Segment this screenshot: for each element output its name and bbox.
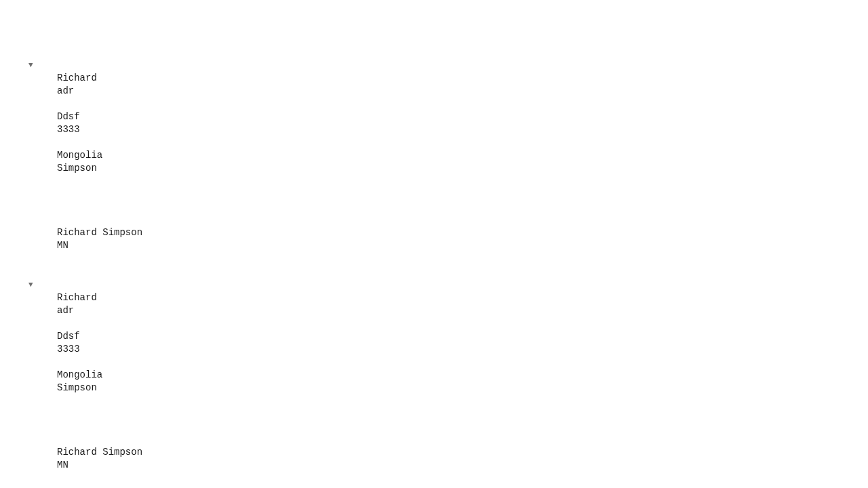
indent: [0, 356, 57, 369]
xml-text: 3333: [57, 124, 80, 135]
xml-line: 3333: [0, 343, 868, 356]
xml-text: adr: [57, 305, 74, 316]
indent: [0, 382, 57, 394]
xml-line: Simpson: [0, 382, 868, 394]
xml-line: [0, 45, 868, 58]
xml-text: Richard Simpson: [57, 447, 142, 458]
indent: [0, 278, 28, 291]
indent: [0, 175, 57, 188]
xml-line: Ddsf: [0, 110, 868, 123]
xml-line: Mongolia: [0, 149, 868, 162]
indent: [0, 407, 57, 420]
xml-line: MN: [0, 239, 868, 252]
xml-line: [0, 136, 868, 149]
xml-line: Ddsf: [0, 330, 868, 343]
xml-text: Mongolia: [57, 369, 102, 380]
indent: [0, 98, 57, 110]
xml-text: Richard: [57, 292, 97, 303]
indent: [0, 239, 57, 252]
xml-line: adr: [0, 85, 868, 98]
indent: [0, 149, 57, 162]
xml-line: MN: [0, 459, 868, 472]
xml-line: [0, 188, 868, 201]
xml-text: 3333: [57, 344, 80, 354]
xml-text: Ddsf: [57, 111, 80, 122]
xml-text: Simpson: [57, 382, 97, 393]
xml-text: Simpson: [57, 163, 97, 174]
xml-line: ▼: [0, 278, 868, 291]
xml-line: Richard: [0, 72, 868, 85]
xml-line: [0, 98, 868, 110]
indent: [0, 214, 57, 226]
xml-line: Richard Simpson: [0, 446, 868, 459]
xml-line: Mongolia: [0, 369, 868, 382]
xml-line: [0, 317, 868, 330]
indent: [0, 459, 57, 472]
xml-line: [0, 407, 868, 420]
indent: [0, 291, 57, 304]
indent: [0, 226, 57, 239]
indent: [0, 317, 57, 330]
indent: [0, 201, 57, 214]
collapse-arrow-icon[interactable]: ▼: [28, 279, 35, 291]
indent: [0, 304, 57, 317]
indent: [0, 58, 28, 71]
xml-text: Ddsf: [57, 331, 80, 342]
xml-line: [0, 252, 868, 265]
xml-line: Richard Simpson: [0, 226, 868, 239]
indent: [0, 45, 45, 58]
xml-text: MN: [57, 460, 68, 470]
xml-line: [0, 201, 868, 214]
indent: [0, 330, 57, 343]
indent: [0, 394, 57, 407]
xml-line: [0, 433, 868, 446]
indent: [0, 136, 57, 149]
xml-text: Richard: [57, 73, 97, 83]
indent: [0, 162, 57, 175]
indent: [0, 343, 57, 356]
indent: [0, 252, 57, 265]
indent: [0, 265, 45, 278]
xml-line: [0, 214, 868, 226]
indent: [0, 420, 57, 433]
xml-line: [0, 485, 868, 488]
indent: [0, 433, 57, 446]
indent: [0, 472, 57, 485]
xml-text: MN: [57, 240, 68, 251]
xml-line: [0, 472, 868, 485]
xml-line: [0, 265, 868, 278]
collapse-arrow-icon[interactable]: ▼: [28, 59, 35, 72]
xml-line: Simpson: [0, 162, 868, 175]
xml-line: [0, 356, 868, 369]
indent: [0, 110, 57, 123]
indent: [0, 485, 45, 488]
xml-line: [0, 394, 868, 407]
xml-line: [0, 420, 868, 433]
indent: [0, 123, 57, 136]
xml-line: ▼: [0, 58, 868, 72]
indent: [0, 85, 57, 98]
indent: [0, 72, 57, 85]
indent: [0, 369, 57, 382]
xml-text: Richard Simpson: [57, 227, 142, 238]
xml-tree-view[interactable]: ▼ Richard adr Ddsf 3333 Mongolia Simpson…: [0, 45, 868, 488]
xml-line: 3333: [0, 123, 868, 136]
xml-text: adr: [57, 85, 74, 96]
indent: [0, 188, 57, 201]
xml-text: Mongolia: [57, 150, 102, 161]
indent: [0, 446, 57, 459]
xml-line: Richard: [0, 291, 868, 304]
xml-line: [0, 175, 868, 188]
xml-line: adr: [0, 304, 868, 317]
